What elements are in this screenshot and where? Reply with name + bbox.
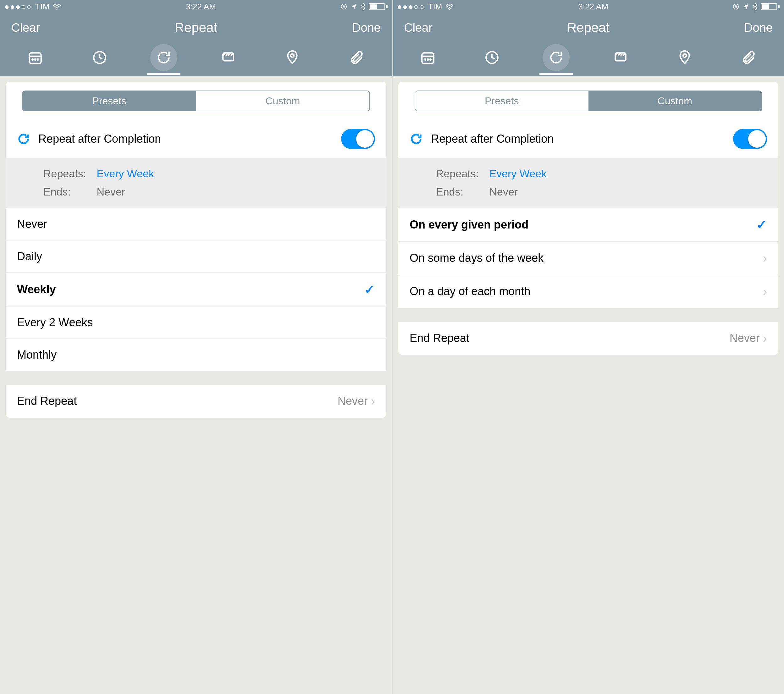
repeats-value[interactable]: Every Week <box>489 168 547 179</box>
tab-clock[interactable] <box>478 44 506 71</box>
repeat-icon <box>17 132 30 146</box>
tab-repeat[interactable] <box>543 44 570 71</box>
end-repeat-value: Never <box>338 395 368 408</box>
battery-icon <box>761 3 780 10</box>
custom-option-selected[interactable]: On every given period✓ <box>398 208 778 242</box>
repeat-after-completion-label: Repeat after Completion <box>431 132 725 146</box>
location-icon <box>351 3 357 10</box>
clear-button[interactable]: Clear <box>12 21 40 35</box>
segment-presets[interactable]: Presets <box>415 91 588 111</box>
ends-label: Ends: <box>436 183 486 201</box>
clear-button[interactable]: Clear <box>404 21 433 35</box>
chevron-right-icon: › <box>763 285 767 299</box>
end-repeat-row[interactable]: End Repeat Never › <box>398 322 778 355</box>
bluetooth-icon <box>361 3 366 10</box>
tab-attachment[interactable] <box>735 44 762 71</box>
custom-option[interactable]: On a day of each month› <box>398 275 778 308</box>
tab-flag[interactable] <box>215 44 242 71</box>
svg-point-15 <box>427 59 428 60</box>
tab-clock[interactable] <box>86 44 113 71</box>
repeat-after-completion-toggle[interactable] <box>341 129 375 149</box>
svg-point-14 <box>425 59 426 60</box>
svg-point-19 <box>683 54 686 57</box>
checkmark-icon: ✓ <box>756 217 767 232</box>
end-repeat-label: End Repeat <box>17 395 338 408</box>
tab-flag[interactable] <box>607 44 634 71</box>
chevron-right-icon: › <box>371 394 375 408</box>
tab-repeat[interactable] <box>150 44 177 71</box>
orientation-lock-icon <box>733 3 740 10</box>
svg-point-10 <box>449 9 450 10</box>
battery-icon <box>369 3 388 10</box>
tab-location[interactable] <box>279 44 306 71</box>
nav-title: Repeat <box>567 20 609 35</box>
repeat-summary: Repeats: Every Week Ends: Never <box>6 158 386 208</box>
wifi-icon <box>53 3 61 10</box>
repeat-after-completion-label: Repeat after Completion <box>38 132 333 146</box>
tab-calendar[interactable] <box>414 44 441 71</box>
svg-rect-12 <box>422 53 434 63</box>
nav-title: Repeat <box>175 20 217 35</box>
done-button[interactable]: Done <box>352 21 380 35</box>
chevron-right-icon: › <box>763 251 767 265</box>
preset-option-selected[interactable]: Weekly✓ <box>6 273 386 306</box>
preset-option[interactable]: Never <box>6 208 386 240</box>
nav-bar: Clear Repeat Done <box>0 13 392 42</box>
status-bar: ●●●○○ TIM 3:22 AM <box>393 0 784 13</box>
svg-point-16 <box>430 59 431 60</box>
checkmark-icon: ✓ <box>364 282 375 297</box>
repeat-summary: Repeats: Every Week Ends: Never <box>398 158 778 208</box>
location-icon <box>743 3 749 10</box>
segment-presets[interactable]: Presets <box>23 91 196 111</box>
svg-point-5 <box>35 59 36 60</box>
wifi-icon <box>445 3 454 10</box>
done-button[interactable]: Done <box>744 21 772 35</box>
repeats-value[interactable]: Every Week <box>97 168 154 179</box>
svg-point-0 <box>57 9 58 10</box>
nav-bar: Clear Repeat Done <box>393 13 784 42</box>
status-time: 3:22 AM <box>186 2 216 12</box>
screen-presets: ●●●○○ TIM 3:22 AM Clear Repeat Done <box>0 0 392 694</box>
end-repeat-row[interactable]: End Repeat Never › <box>6 385 386 418</box>
repeats-label: Repeats: <box>43 165 94 183</box>
svg-point-9 <box>291 54 294 57</box>
svg-rect-2 <box>30 53 41 63</box>
tab-calendar[interactable] <box>22 44 49 71</box>
preset-option[interactable]: Monthly <box>6 339 386 371</box>
category-tabbar <box>0 42 392 76</box>
preset-option[interactable]: Every 2 Weeks <box>6 306 386 339</box>
repeat-after-completion-toggle[interactable] <box>733 129 767 149</box>
preset-option[interactable]: Daily <box>6 240 386 273</box>
segment-custom[interactable]: Custom <box>588 91 762 111</box>
screen-custom: ●●●○○ TIM 3:22 AM Clear Repeat Done <box>392 0 784 694</box>
category-tabbar <box>393 42 784 76</box>
repeat-icon <box>410 132 423 146</box>
ends-label: Ends: <box>43 183 94 201</box>
svg-point-4 <box>32 59 33 60</box>
carrier-label: TIM <box>428 2 442 12</box>
tab-attachment[interactable] <box>343 44 370 71</box>
repeat-after-completion-row: Repeat after Completion <box>398 120 778 158</box>
svg-point-6 <box>38 59 38 60</box>
custom-list: On every given period✓ On some days of t… <box>398 208 778 308</box>
status-time: 3:22 AM <box>578 2 608 12</box>
repeat-after-completion-row: Repeat after Completion <box>6 120 386 158</box>
ends-value: Never <box>489 186 518 198</box>
status-bar: ●●●○○ TIM 3:22 AM <box>0 0 392 13</box>
bluetooth-icon <box>753 3 758 10</box>
ends-value: Never <box>97 186 125 198</box>
tab-location[interactable] <box>671 44 698 71</box>
repeats-label: Repeats: <box>436 165 486 183</box>
carrier-label: TIM <box>36 2 49 12</box>
custom-option[interactable]: On some days of the week› <box>398 242 778 275</box>
segment-control[interactable]: Presets Custom <box>22 90 370 111</box>
segment-control[interactable]: Presets Custom <box>415 90 762 111</box>
chevron-right-icon: › <box>763 331 767 345</box>
end-repeat-label: End Repeat <box>410 332 730 345</box>
signal-dots: ●●●○○ <box>397 2 425 12</box>
signal-dots: ●●●○○ <box>4 2 32 12</box>
presets-list: Never Daily Weekly✓ Every 2 Weeks Monthl… <box>6 208 386 371</box>
orientation-lock-icon <box>341 3 348 10</box>
segment-custom[interactable]: Custom <box>196 91 370 111</box>
end-repeat-value: Never <box>730 332 760 345</box>
